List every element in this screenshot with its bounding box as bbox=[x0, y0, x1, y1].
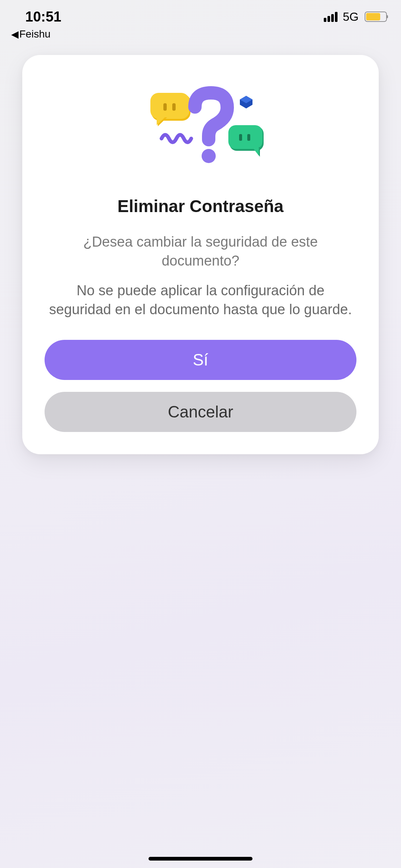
svg-point-4 bbox=[202, 149, 216, 163]
battery-icon bbox=[365, 12, 387, 22]
home-indicator[interactable] bbox=[149, 857, 252, 861]
confirm-button-label: Sí bbox=[193, 351, 208, 369]
network-type: 5G bbox=[343, 10, 359, 24]
cancel-button-label: Cancelar bbox=[168, 403, 233, 421]
status-indicators: 5G bbox=[324, 10, 387, 24]
svg-rect-1 bbox=[150, 93, 189, 119]
status-time: 10:51 bbox=[25, 9, 61, 25]
cancel-button[interactable]: Cancelar bbox=[45, 392, 356, 432]
svg-rect-8 bbox=[247, 134, 250, 141]
confirmation-dialog: Eliminar Contraseña ¿Desea cambiar la se… bbox=[22, 55, 379, 454]
confirm-button[interactable]: Sí bbox=[45, 340, 356, 380]
dialog-illustration bbox=[130, 85, 271, 170]
back-arrow-icon: ◀ bbox=[11, 29, 19, 40]
svg-rect-6 bbox=[228, 125, 263, 149]
back-navigation[interactable]: ◀ Feishu bbox=[0, 26, 401, 40]
dialog-title: Eliminar Contraseña bbox=[117, 196, 283, 216]
status-bar: 10:51 5G bbox=[0, 0, 401, 26]
svg-rect-3 bbox=[172, 103, 176, 111]
back-app-label: Feishu bbox=[19, 28, 50, 40]
svg-rect-7 bbox=[239, 134, 242, 141]
dialog-subtitle: ¿Desea cambiar la seguridad de este docu… bbox=[45, 233, 356, 271]
dialog-description: No se puede aplicar la configuración de … bbox=[45, 281, 356, 319]
signal-bars-icon bbox=[324, 12, 338, 22]
svg-rect-2 bbox=[163, 103, 167, 111]
